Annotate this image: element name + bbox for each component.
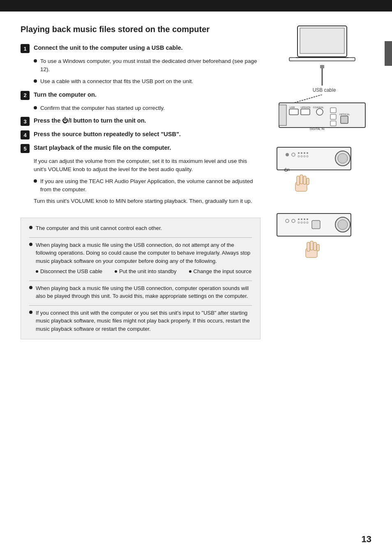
svg-text:COAXIAL: COAXIAL	[313, 106, 324, 109]
step-3: 3 Press the ⏻/I button to turn the unit …	[21, 116, 261, 126]
note-bullet	[29, 226, 32, 229]
note-3: When playing back a music file using the…	[29, 284, 252, 300]
sub-bullet-2: Put the unit into standby	[115, 267, 176, 276]
sub-bullet-1: Disconnect the USB cable	[36, 267, 102, 276]
svg-line-20	[294, 95, 322, 103]
svg-text:USB: USB	[290, 106, 295, 109]
step-5-body: If you can adjust the volume from the co…	[34, 157, 261, 174]
svg-point-27	[307, 152, 308, 154]
notes-section: The computer and this unit cannot contro…	[21, 218, 261, 339]
bullet-dot	[34, 59, 37, 63]
svg-rect-15	[330, 114, 336, 119]
step-2-bullet-1: Confirm that the computer has started up…	[34, 104, 261, 112]
svg-rect-8	[289, 109, 298, 115]
step-1-heading: Connect the unit to the computer using a…	[34, 44, 183, 52]
svg-point-44	[301, 218, 302, 220]
sub-bullet-3: Change the input source	[189, 267, 252, 276]
laptop-svg	[285, 24, 359, 65]
svg-rect-16	[330, 121, 336, 126]
svg-rect-3	[289, 58, 355, 61]
step-4-heading: Press the source button repeatedly to se…	[34, 130, 181, 138]
step-4-badge: 4	[21, 130, 30, 139]
svg-rect-4	[320, 65, 324, 68]
usb-cable-label: USB cable	[273, 87, 371, 93]
bullet-dot	[34, 179, 37, 183]
svg-rect-14	[330, 108, 336, 113]
step-1-bullet-2: Use a cable with a connector that fits t…	[34, 77, 261, 86]
svg-point-24	[298, 152, 300, 154]
step-5-extra: Turn this unit's VOLUME knob to MIN befo…	[34, 197, 261, 205]
svg-rect-1	[300, 28, 344, 53]
left-column: Playing back music files stored on the c…	[21, 24, 261, 339]
divider	[29, 237, 252, 238]
svg-point-45	[304, 218, 305, 220]
svg-rect-39	[307, 178, 309, 185]
unit-top-svg: USB UPDATE COAXIAL OPTICAL DIGITAL IN	[277, 95, 367, 132]
svg-rect-58	[317, 244, 319, 251]
step-5-heading: Start playback of the music file on the …	[34, 144, 171, 152]
svg-point-52	[338, 220, 348, 230]
svg-rect-10	[301, 109, 310, 115]
svg-point-12	[316, 109, 323, 115]
step-1-bullet-1: To use a Windows computer, you must inst…	[34, 57, 261, 74]
right-tab	[385, 41, 392, 66]
diagram-1: USB cable USB UPDATE COAXIAL	[273, 24, 371, 132]
step-3-heading: Press the ⏻/I button to turn the unit on…	[34, 116, 146, 125]
svg-text:⏻/I: ⏻/I	[284, 168, 290, 172]
note-2: When playing back a music file using the…	[29, 241, 252, 276]
step-1-badge: 1	[21, 44, 30, 53]
diagram-3	[275, 209, 369, 268]
svg-rect-37	[300, 175, 303, 184]
page-number: 13	[362, 534, 371, 545]
divider	[29, 281, 252, 281]
top-bar	[0, 0, 392, 12]
svg-text:UPDATE: UPDATE	[301, 106, 311, 109]
svg-text:OPTICAL: OPTICAL	[339, 113, 350, 116]
svg-rect-17	[341, 116, 348, 123]
svg-rect-36	[297, 176, 300, 185]
step-3-badge: 3	[21, 117, 30, 126]
unit-front-1-svg: ⏻/I	[275, 143, 369, 201]
note-bullet	[29, 311, 32, 314]
step-4: 4 Press the source button repeatedly to …	[21, 130, 261, 139]
note-4: If you connect this unit with the comput…	[29, 309, 252, 333]
svg-point-26	[304, 152, 305, 154]
step-5-bullet-1: If you are using the TEAC HR Audio Playe…	[34, 177, 261, 194]
page-title: Playing back music files stored on the c…	[21, 24, 261, 35]
step-2-badge: 2	[21, 91, 30, 100]
svg-rect-53	[312, 220, 320, 229]
step-2: 2 Turn the computer on.	[21, 91, 261, 100]
diagram-2: ⏻/I	[275, 143, 369, 202]
svg-rect-56	[310, 241, 313, 250]
note-bullet	[29, 286, 32, 289]
bullet-dot	[34, 79, 37, 83]
note-1: The computer and this unit cannot contro…	[29, 224, 252, 232]
svg-point-46	[307, 218, 308, 220]
bullet-dot	[34, 106, 37, 109]
svg-rect-7	[279, 105, 286, 125]
svg-point-22	[286, 153, 289, 156]
svg-rect-55	[307, 242, 310, 251]
step-2-heading: Turn the computer on.	[34, 91, 97, 99]
svg-rect-57	[314, 242, 316, 251]
divider	[29, 305, 252, 306]
svg-point-43	[298, 218, 300, 220]
unit-front-2-svg	[275, 209, 369, 267]
svg-point-25	[301, 152, 302, 154]
step-5: 5 Start playback of the music file on th…	[21, 144, 261, 153]
note-bullet	[29, 243, 32, 246]
step-5-badge: 5	[21, 144, 30, 153]
step-1: 1 Connect the unit to the computer using…	[21, 44, 261, 53]
svg-point-33	[338, 153, 348, 163]
svg-rect-38	[303, 176, 306, 184]
usb-cable-svg	[314, 65, 330, 86]
svg-text:DIGITAL IN: DIGITAL IN	[310, 128, 324, 130]
sub-bullets: Disconnect the USB cable Put the unit in…	[36, 267, 252, 276]
right-column: USB cable USB UPDATE COAXIAL	[269, 24, 376, 339]
